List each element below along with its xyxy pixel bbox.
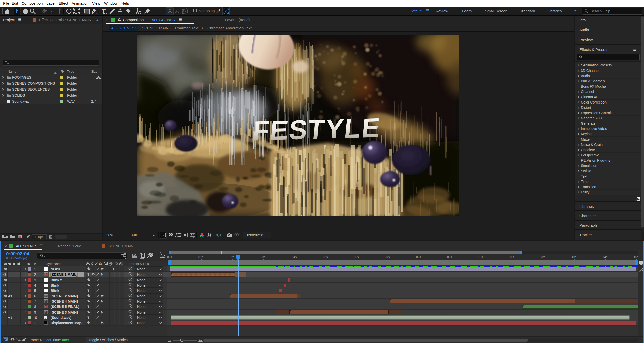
svg-text:fx: fx [101, 267, 104, 271]
svg-text:fx: fx [101, 321, 104, 324]
svg-text:fx: fx [101, 310, 104, 314]
svg-text:fx: fx [101, 294, 104, 298]
svg-text:fx: fx [101, 299, 104, 303]
svg-text:fx: fx [99, 262, 102, 265]
svg-text:FESTYLE: FESTYLE [251, 112, 382, 146]
svg-text:fx: fx [101, 272, 104, 276]
